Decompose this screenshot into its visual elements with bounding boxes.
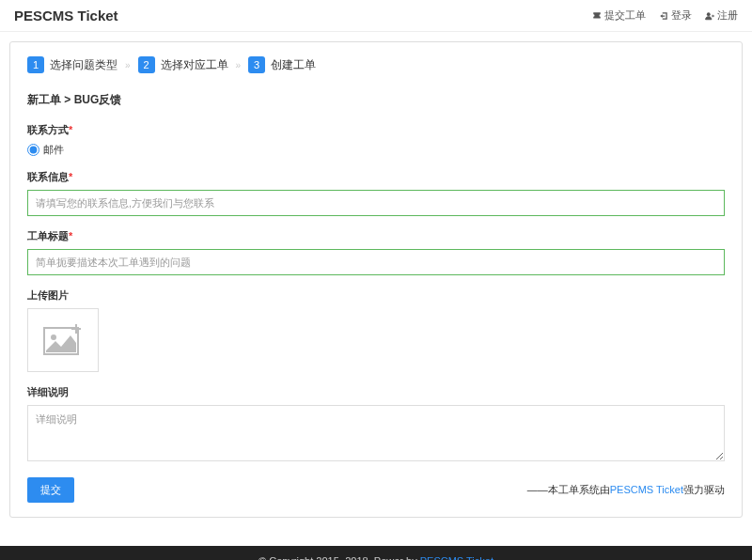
- submit-ticket-label: 提交工单: [604, 8, 646, 23]
- main-container: 1 选择问题类型 » 2 选择对应工单 » 3 创建工单 新工单 > BUG反馈…: [0, 32, 752, 527]
- credit-link[interactable]: PESCMS Ticket: [610, 484, 683, 495]
- detail-textarea[interactable]: [27, 405, 725, 461]
- form-panel: 1 选择问题类型 » 2 选择对应工单 » 3 创建工单 新工单 > BUG反馈…: [9, 41, 743, 518]
- step-1[interactable]: 1 选择问题类型: [27, 56, 118, 73]
- credit-text: ——本工单系统由PESCMS Ticket强力驱动: [527, 483, 725, 497]
- login-link[interactable]: 登录: [659, 8, 692, 23]
- image-placeholder-icon: [42, 322, 84, 358]
- step-1-label: 选择问题类型: [50, 57, 118, 73]
- detail-group: 详细说明: [27, 385, 725, 464]
- step-2-label: 选择对应工单: [161, 57, 228, 73]
- contact-method-radio-row: 邮件: [27, 143, 725, 157]
- login-icon: [659, 11, 668, 21]
- upload-image-button[interactable]: [27, 308, 99, 372]
- required-mark: *: [69, 171, 72, 182]
- form-footer: 提交 ——本工单系统由PESCMS Ticket强力驱动: [27, 477, 725, 503]
- contact-method-group: 联系方式* 邮件: [27, 123, 725, 157]
- ticket-title-input[interactable]: [27, 249, 725, 275]
- step-separator: »: [125, 60, 131, 70]
- upload-group: 上传图片: [27, 288, 725, 372]
- step-3-num: 3: [248, 56, 265, 73]
- contact-method-email-radio[interactable]: [27, 144, 39, 156]
- brand-title: PESCMS Ticket: [14, 8, 118, 23]
- step-1-num: 1: [27, 56, 44, 73]
- required-mark: *: [69, 124, 72, 135]
- step-3[interactable]: 3 创建工单: [248, 56, 316, 73]
- upload-label: 上传图片: [27, 288, 725, 303]
- login-label: 登录: [671, 8, 692, 23]
- step-3-label: 创建工单: [271, 57, 316, 73]
- submit-ticket-link[interactable]: 提交工单: [592, 8, 646, 23]
- navbar: PESCMS Ticket 提交工单 登录 注册: [0, 0, 752, 32]
- contact-info-group: 联系信息*: [27, 170, 725, 216]
- step-separator: »: [236, 60, 242, 70]
- contact-info-label: 联系信息*: [27, 170, 725, 184]
- required-mark: *: [69, 230, 72, 241]
- contact-info-input[interactable]: [27, 190, 725, 216]
- page-footer: © Copyright 2015~2018. Power by PESCMS T…: [0, 546, 752, 560]
- contact-method-email-label: 邮件: [43, 143, 64, 157]
- footer-link[interactable]: PESCMS Ticket: [420, 555, 494, 560]
- ticket-title-label: 工单标题*: [27, 229, 725, 243]
- step-2[interactable]: 2 选择对应工单: [138, 56, 228, 73]
- nav-right: 提交工单 登录 注册: [592, 8, 738, 23]
- step-indicator: 1 选择问题类型 » 2 选择对应工单 » 3 创建工单: [27, 56, 725, 73]
- register-icon: [705, 11, 714, 21]
- footer-text: © Copyright 2015~2018. Power by: [258, 555, 420, 560]
- register-label: 注册: [717, 8, 738, 23]
- register-link[interactable]: 注册: [705, 8, 738, 23]
- svg-point-0: [707, 12, 711, 16]
- submit-button[interactable]: 提交: [27, 477, 74, 503]
- breadcrumb: 新工单 > BUG反馈: [27, 92, 725, 108]
- detail-label: 详细说明: [27, 385, 725, 399]
- ticket-icon: [592, 11, 602, 21]
- svg-point-2: [51, 334, 56, 340]
- contact-method-label: 联系方式*: [27, 123, 725, 137]
- step-2-num: 2: [138, 56, 155, 73]
- ticket-title-group: 工单标题*: [27, 229, 725, 275]
